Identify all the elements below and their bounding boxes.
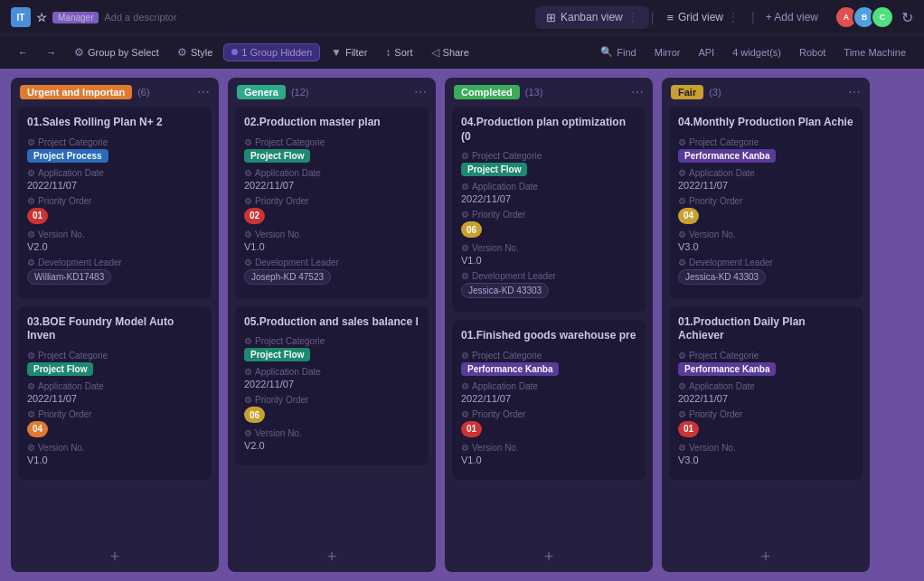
version-label: ⚙ Version No. [678,230,853,239]
category-icon: ⚙ [461,351,469,361]
version-label: ⚙ Version No. [461,443,636,453]
mirror-button[interactable]: Mirror [647,43,688,61]
version-icon: ⚙ [461,443,469,453]
table-row[interactable]: 01.Sales Rolling Plan N+ 2 ⚙ Project Cat… [18,107,212,299]
card-category-field: ⚙ Project Categorie Performance Kanba [678,137,853,163]
priority-badge: 04 [678,208,699,224]
version-label: ⚙ Version No. [244,230,420,239]
find-button[interactable]: 🔍 Find [593,42,643,61]
table-row[interactable]: 01.Finished goods warehouse pre ⚙ Projec… [452,320,646,480]
refresh-button[interactable]: ↻ [901,9,913,26]
category-icon: ⚙ [27,351,35,361]
col-add-button-fair[interactable]: + [662,542,870,572]
share-button[interactable]: ◁ Share [424,42,476,62]
card-version-field: ⚙ Version No. V1.0 [244,230,420,252]
card-date-field: ⚙ Application Date 2022/11/07 [461,381,636,404]
calendar-icon: ⚙ [678,168,686,178]
date-value: 2022/11/07 [27,393,203,404]
leader-label: ⚙ Development Leader [678,258,853,267]
widgets-button[interactable]: 4 widget(s) [725,43,788,61]
priority-icon: ⚙ [244,196,252,206]
grid-icon: ≡ [666,11,674,24]
filter-button[interactable]: ▼ Filter [324,42,374,62]
nav-fwd-button[interactable]: → [39,43,63,61]
priority-icon: ⚙ [27,409,35,419]
leader-label: ⚙ Development Leader [27,258,203,267]
tab-kanban[interactable]: ⊞ Kanban view ⋮ [535,6,649,29]
kanban-column-completed: Completed(13)⋯04.Production plan optimiz… [445,78,653,572]
calendar-icon: ⚙ [678,381,686,391]
sort-button[interactable]: ↕ Sort [378,42,420,62]
col-title-badge-urgent: Urgent and Importan [20,85,132,99]
card-title: 03.BOE Foundry Model Auto Inven [27,315,203,343]
version-value: V2.0 [244,440,420,451]
priority-label: ⚙ Priority Order [27,196,203,206]
version-icon: ⚙ [27,230,35,239]
card-version-field: ⚙ Version No. V2.0 [27,230,203,252]
col-menu-urgent[interactable]: ⋯ [197,85,210,99]
col-title-badge-fair: Fair [671,85,703,99]
col-menu-completed[interactable]: ⋯ [631,85,644,99]
category-label: ⚙ Project Categorie [461,351,636,361]
priority-value: 04 [27,421,203,437]
date-value: 2022/11/07 [244,180,420,191]
card-priority-field: ⚙ Priority Order 02 [244,196,420,224]
share-icon: ◁ [431,46,439,59]
category-value: Project Flow [244,149,420,163]
col-menu-fair[interactable]: ⋯ [848,85,861,99]
style-button[interactable]: ⚙ Style [170,42,220,62]
col-add-button-general[interactable]: + [228,542,436,572]
api-button[interactable]: API [691,43,721,61]
table-row[interactable]: 05.Production and sales balance l ⚙ Proj… [235,306,429,466]
date-label: ⚙ Application Date [244,168,420,178]
date-value: 2022/11/07 [27,180,203,191]
priority-label: ⚙ Priority Order [678,196,853,206]
leader-value: Jessica-KD 43303 [678,269,853,285]
version-value: V1.0 [461,454,636,465]
priority-label: ⚙ Priority Order [244,395,420,405]
card-category-field: ⚙ Project Categorie Performance Kanba [678,351,853,376]
date-label: ⚙ Application Date [461,182,636,192]
avatar-group: A B C [834,5,894,29]
col-add-button-completed[interactable]: + [445,542,653,572]
col-cards-fair: 04.Monthly Production Plan Achie ⚙ Proje… [662,107,870,542]
table-row[interactable]: 03.BOE Foundry Model Auto Inven ⚙ Projec… [18,306,212,480]
group-hidden-badge[interactable]: 1 Group Hidden [223,43,320,61]
version-label: ⚙ Version No. [678,443,853,453]
kanban-column-urgent: Urgent and Importan(6)⋯01.Sales Rolling … [11,78,219,572]
avatar-3: C [871,5,894,29]
category-label: ⚙ Project Categorie [678,351,853,361]
priority-icon: ⚙ [678,196,686,206]
table-row[interactable]: 04.Production plan optimization (0 ⚙ Pro… [452,107,646,313]
category-value: Project Flow [461,163,636,176]
category-tag: Project Flow [244,149,310,163]
priority-label: ⚙ Priority Order [678,409,853,419]
badge-dot [231,49,238,55]
tab-grid[interactable]: ≡ Grid view ⋮ [655,6,750,29]
col-menu-general[interactable]: ⋯ [414,85,427,99]
top-bar: IT ☆ Manager Add a descriptor ⊞ Kanban v… [0,0,924,34]
table-row[interactable]: 04.Monthly Production Plan Achie ⚙ Proje… [669,107,863,299]
top-bar-left: IT ☆ Manager Add a descriptor [11,7,528,27]
table-row[interactable]: 02.Production master plan ⚙ Project Cate… [235,107,429,299]
card-date-field: ⚙ Application Date 2022/11/07 [678,381,853,404]
date-label: ⚙ Application Date [244,367,420,377]
col-add-button-urgent[interactable]: + [11,542,219,572]
descriptor-text[interactable]: Add a descriptor [104,12,176,23]
category-icon: ⚙ [244,336,252,346]
leader-tag: William-KD17483 [27,269,111,285]
card-version-field: ⚙ Version No. V3.0 [678,230,853,252]
add-view-button[interactable]: + Add view [757,6,827,28]
table-row[interactable]: 01.Production Daily Plan Achiever ⚙ Proj… [669,306,863,480]
view-divider: | [651,10,655,24]
robot-button[interactable]: Robot [792,43,833,61]
version-value: V3.0 [678,241,853,252]
time-machine-button[interactable]: Time Machine [836,43,913,61]
app-icon: IT [11,7,31,27]
date-value: 2022/11/07 [678,393,853,404]
manager-badge: Manager [52,12,99,23]
nav-back-button[interactable]: ← [11,43,35,61]
card-version-field: ⚙ Version No. V3.0 [678,443,853,465]
category-icon: ⚙ [678,351,686,361]
group-by-button[interactable]: ⚙ Group by Select [67,42,166,62]
